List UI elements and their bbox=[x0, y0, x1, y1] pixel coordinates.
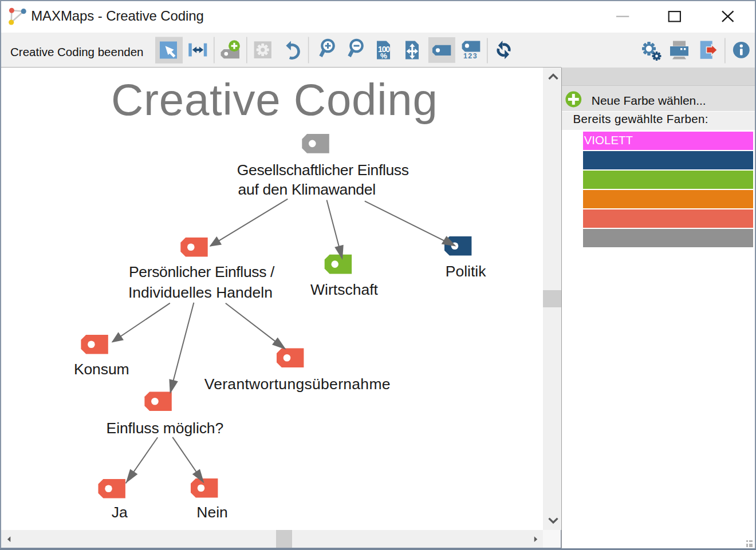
svg-text:%: % bbox=[380, 52, 387, 60]
svg-text:123: 123 bbox=[463, 52, 478, 60]
